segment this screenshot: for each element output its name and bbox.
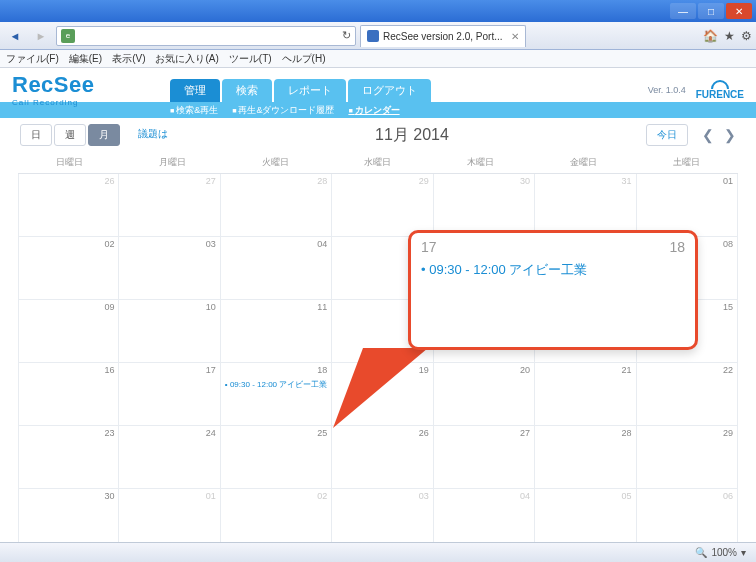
minimize-button[interactable]: — [670,3,696,19]
day-number: 23 [104,428,114,438]
day-number: 09 [104,302,114,312]
tab-title: RecSee version 2.0, Port... [383,31,503,42]
calendar-cell[interactable]: 19 [332,363,433,426]
day-number: 01 [206,491,216,501]
calendar-cell[interactable]: 27 [434,426,535,489]
calendar-cell[interactable]: 31 [535,174,636,237]
back-button[interactable]: ◄ [4,25,26,47]
calendar-cell[interactable]: 24 [119,426,220,489]
calendar-cell[interactable]: 28 [535,426,636,489]
day-number: 30 [104,491,114,501]
calendar-cell[interactable]: 01 [637,174,738,237]
tab-admin[interactable]: 管理 [170,79,220,102]
logo-text: RecSee [12,72,95,98]
tab-close-icon[interactable]: ✕ [511,31,519,42]
day-number: 29 [723,428,733,438]
tab-logout[interactable]: ログアウト [348,79,431,102]
calendar-event[interactable]: 09:30 - 12:00 アイビー工業 [225,379,327,390]
calendar-cell[interactable]: 23 [18,426,119,489]
day-number: 27 [520,428,530,438]
day-header-thu: 木曜日 [429,152,532,174]
view-week-button[interactable]: 週 [54,124,86,146]
day-number: 11 [317,302,327,312]
day-header-sun: 日曜日 [18,152,121,174]
calendar-cell[interactable]: 17 [119,363,220,426]
subtab-dl-history[interactable]: 再生&ダウンロード履歴 [232,104,334,117]
menu-favorites[interactable]: お気に入り(A) [155,52,218,66]
day-number: 29 [419,176,429,186]
menu-view[interactable]: 表示(V) [112,52,145,66]
tab-favicon-icon [367,30,379,42]
browser-tab[interactable]: RecSee version 2.0, Port... ✕ [360,25,526,47]
day-number: 22 [723,365,733,375]
calendar-cell[interactable]: 02 [18,237,119,300]
calendar-cell[interactable]: 04 [221,237,332,300]
day-number: 15 [723,302,733,312]
calendar-cell[interactable]: 28 [221,174,332,237]
menu-file[interactable]: ファイル(F) [6,52,59,66]
subtab-search-play[interactable]: 検索&再生 [170,104,218,117]
zoom-control[interactable]: 🔍 100% ▾ [695,547,746,558]
calendar-cell[interactable]: 03 [119,237,220,300]
calendar-cell[interactable]: 29 [332,174,433,237]
calendar-cell[interactable]: 10 [119,300,220,363]
logo: RecSee Call Recording [12,72,95,107]
maximize-button[interactable]: □ [698,3,724,19]
menu-edit[interactable]: 編集(E) [69,52,102,66]
day-header-fri: 金曜日 [532,152,635,174]
browser-toolbar: ◄ ► e ↻ RecSee version 2.0, Port... ✕ 🏠 … [0,22,756,50]
home-icon[interactable]: 🏠 [703,29,718,43]
logo-tagline: Call Recording [12,98,95,107]
day-number: 18 [317,365,327,375]
calendar-cell[interactable]: 26 [332,426,433,489]
calendar-cell[interactable]: 26 [18,174,119,237]
day-number: 08 [723,239,733,249]
menu-bar: ファイル(F) 編集(E) 表示(V) お気に入り(A) ツール(T) ヘルプ(… [0,50,756,68]
calendar-cell[interactable]: 09 [18,300,119,363]
day-number: 17 [206,365,216,375]
tab-search[interactable]: 検索 [222,79,272,102]
day-number: 03 [206,239,216,249]
address-bar[interactable]: e ↻ [56,26,356,46]
callout-event: 09:30 - 12:00 アイビー工業 [421,261,685,279]
view-month-button[interactable]: 月 [88,124,120,146]
tab-report[interactable]: レポート [274,79,346,102]
next-month-icon[interactable]: ❯ [724,127,736,143]
zoom-dropdown-icon[interactable]: ▾ [741,547,746,558]
page-content: RecSee Call Recording Ver. 1.0.4 FURENCE… [0,68,756,542]
subtab-calendar[interactable]: カレンダー [348,104,399,117]
day-header-tue: 火曜日 [224,152,327,174]
calendar-cell[interactable]: 22 [637,363,738,426]
today-button[interactable]: 今日 [646,124,688,146]
calendar-cell[interactable]: 29 [637,426,738,489]
day-number: 26 [104,176,114,186]
calendar-cell[interactable]: 20 [434,363,535,426]
view-agenda-button[interactable]: 議題は [128,124,178,146]
calendar-cell[interactable]: 11 [221,300,332,363]
star-icon[interactable]: ★ [724,29,735,43]
calendar-cell[interactable]: 27 [119,174,220,237]
prev-month-icon[interactable]: ❮ [702,127,714,143]
gear-icon[interactable]: ⚙ [741,29,752,43]
day-number: 02 [104,239,114,249]
calendar-cell[interactable]: 16 [18,363,119,426]
calendar-cell[interactable]: 25 [221,426,332,489]
day-number: 20 [520,365,530,375]
forward-button[interactable]: ► [30,25,52,47]
day-number: 27 [206,176,216,186]
view-day-button[interactable]: 日 [20,124,52,146]
calendar-day-header: 日曜日 月曜日 火曜日 水曜日 木曜日 金曜日 土曜日 [18,152,738,174]
calendar-cell[interactable]: 30 [434,174,535,237]
menu-tools[interactable]: ツール(T) [229,52,272,66]
callout-day-right: 18 [669,239,685,255]
day-number: 05 [622,491,632,501]
close-button[interactable]: ✕ [726,3,752,19]
day-number: 01 [723,176,733,186]
menu-help[interactable]: ヘルプ(H) [282,52,326,66]
day-number: 30 [520,176,530,186]
window-titlebar: — □ ✕ [0,0,756,22]
calendar-cell[interactable]: 21 [535,363,636,426]
calendar-cell[interactable]: 1809:30 - 12:00 アイビー工業 [221,363,332,426]
refresh-icon[interactable]: ↻ [342,29,351,42]
day-header-wed: 水曜日 [327,152,430,174]
